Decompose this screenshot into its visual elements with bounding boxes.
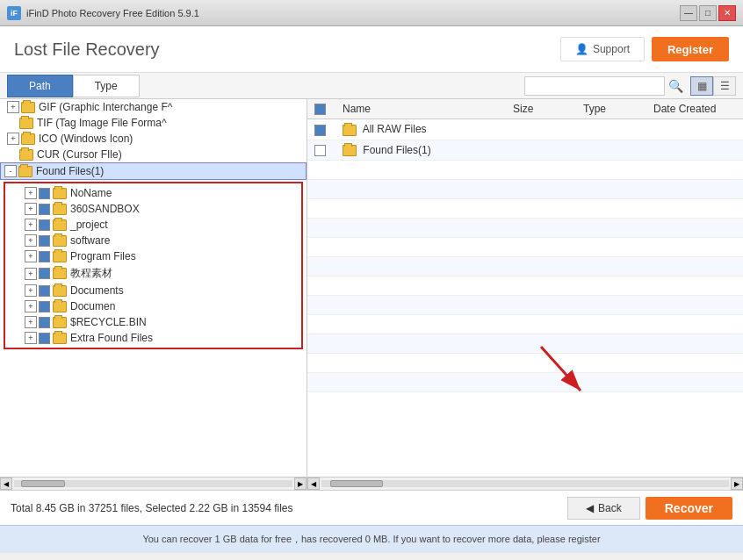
grid-view-button[interactable]: ▦ xyxy=(690,76,713,96)
expander-extra-found[interactable]: + xyxy=(25,332,37,344)
empty-row xyxy=(307,179,743,198)
tree-item-recycle-bin[interactable]: + $RECYCLE.BIN xyxy=(5,314,301,330)
info-bar: You can recover 1 GB data for free，has r… xyxy=(0,525,743,553)
folder-icon-gif xyxy=(21,102,35,113)
tree-item-gif[interactable]: + GIF (Graphic Interchange F^ xyxy=(0,99,307,115)
row2-check[interactable] xyxy=(314,145,326,156)
tree-item-360sandbox[interactable]: + 360SANDBOX xyxy=(5,201,301,217)
checkbox-documents[interactable] xyxy=(39,285,50,297)
expander-found-files[interactable]: - xyxy=(4,165,17,177)
left-scroll-thumb[interactable] xyxy=(21,480,65,487)
row1-check[interactable] xyxy=(314,125,326,136)
tree-label-documents: Documents xyxy=(70,284,124,297)
info-text: You can recover 1 GB data for free，has r… xyxy=(142,533,600,546)
tree-item-extra-found[interactable]: + Extra Found Files xyxy=(5,330,301,346)
checkbox-recycle-bin[interactable] xyxy=(39,317,50,328)
tree-label-software: software xyxy=(70,234,110,247)
checkbox-software[interactable] xyxy=(39,235,50,247)
expander-documen[interactable]: + xyxy=(25,300,37,312)
row2-checkbox[interactable] xyxy=(307,140,335,160)
tree-item-documen[interactable]: + Documen xyxy=(5,298,301,314)
row2-date xyxy=(646,140,743,160)
row1-checkbox[interactable] xyxy=(307,119,335,140)
tree-item-documents[interactable]: + Documents xyxy=(5,283,301,298)
left-scroll-left[interactable]: ◀ xyxy=(0,477,12,490)
expander-project[interactable]: + xyxy=(25,219,37,231)
row1-size xyxy=(506,119,576,140)
expander-jiaocheng[interactable]: + xyxy=(25,268,37,280)
back-button[interactable]: ◀ Back xyxy=(567,497,640,520)
right-scroll-thumb[interactable] xyxy=(330,480,383,487)
tree-item-tif[interactable]: TIF (Tag Image File Forma^ xyxy=(0,115,307,131)
row2-size xyxy=(506,140,576,160)
tree-item-program-files[interactable]: + Program Files xyxy=(5,248,301,264)
tree-label-tif: TIF (Tag Image File Forma^ xyxy=(37,117,167,129)
folder-icon-recycle-bin xyxy=(53,317,67,328)
tree-label-cur: CUR (Cursor FIle) xyxy=(37,148,122,161)
tree-item-noname[interactable]: + NoName xyxy=(5,185,301,201)
search-button[interactable]: 🔍 xyxy=(668,79,683,93)
tab-bar: Path Type 🔍 ▦ ☰ xyxy=(0,73,743,99)
checkbox-program-files[interactable] xyxy=(39,251,50,262)
checkbox-project[interactable] xyxy=(39,219,50,231)
expander-documents[interactable]: + xyxy=(25,284,37,297)
row1-type xyxy=(576,119,646,140)
expander-software[interactable]: + xyxy=(25,234,37,247)
tree-item-ico[interactable]: + ICO (Windows Icon) xyxy=(0,131,307,147)
tab-path[interactable]: Path xyxy=(7,75,73,97)
tree-item-cur[interactable]: CUR (Cursor FIle) xyxy=(0,147,307,162)
close-button[interactable]: ✕ xyxy=(718,5,736,21)
row2-folder-icon xyxy=(343,145,357,156)
expander-360sandbox[interactable]: + xyxy=(25,203,37,215)
right-scroll-right[interactable]: ▶ xyxy=(731,477,743,490)
col-name[interactable]: Name xyxy=(335,99,506,119)
expander-gif[interactable]: + xyxy=(7,101,19,113)
window-title: iFinD Photo Recovery Free Edition 5.9.1 xyxy=(26,8,199,18)
minimize-button[interactable]: — xyxy=(680,5,697,21)
right-scroll-left[interactable]: ◀ xyxy=(307,477,320,490)
tab-type[interactable]: Type xyxy=(73,75,140,97)
expander-program-files[interactable]: + xyxy=(25,250,37,262)
recover-button[interactable]: Recover xyxy=(646,497,732,520)
col-date[interactable]: Date Created xyxy=(646,99,743,119)
left-hscroll[interactable]: ◀ ▶ xyxy=(0,477,307,490)
checkbox-documen[interactable] xyxy=(39,301,50,312)
support-button[interactable]: 👤 Support xyxy=(560,37,645,61)
checkbox-noname[interactable] xyxy=(39,188,50,199)
folder-icon-cur xyxy=(19,149,33,161)
expander-noname[interactable]: + xyxy=(25,187,37,199)
tree-item-software[interactable]: + software xyxy=(5,233,301,248)
table-row[interactable]: All RAW Files xyxy=(307,119,743,140)
tree-item-project[interactable]: + _project xyxy=(5,217,301,233)
left-scroll-right[interactable]: ▶ xyxy=(294,477,307,490)
col-type[interactable]: Type xyxy=(576,99,646,119)
tree-item-found-files[interactable]: - Found Files(1) xyxy=(0,162,307,180)
row2-name: Found Files(1) xyxy=(335,140,506,160)
search-input[interactable] xyxy=(524,76,665,96)
empty-row xyxy=(307,160,743,179)
left-panel-tree: + GIF (Graphic Interchange F^ TIF (Tag I… xyxy=(0,99,307,477)
right-hscroll[interactable]: ◀ ▶ xyxy=(307,477,743,490)
expander-ico[interactable]: + xyxy=(7,133,19,145)
main-content: + GIF (Graphic Interchange F^ TIF (Tag I… xyxy=(0,99,743,477)
folder-icon-documents xyxy=(53,285,67,297)
checkbox-360sandbox[interactable] xyxy=(39,204,50,215)
checkbox-jiaocheng[interactable] xyxy=(39,268,50,279)
status-text: Total 8.45 GB in 37251 files, Selected 2… xyxy=(11,502,293,514)
folder-icon-extra-found xyxy=(53,333,67,344)
tree-label-jiaocheng: 教程素材 xyxy=(70,266,112,281)
col-size[interactable]: Size xyxy=(506,99,576,119)
expander-recycle-bin[interactable]: + xyxy=(25,316,37,328)
list-view-button[interactable]: ☰ xyxy=(713,76,736,96)
tree-label-360sandbox: 360SANDBOX xyxy=(70,203,140,215)
view-toggle: ▦ ☰ xyxy=(690,76,736,96)
select-all-checkbox[interactable] xyxy=(314,104,326,115)
maximize-button[interactable]: □ xyxy=(699,5,717,21)
tree-item-jiaocheng[interactable]: + 教程素材 xyxy=(5,264,301,283)
folder-icon-software xyxy=(53,235,67,247)
row2-type xyxy=(576,140,646,160)
tree-label-recycle-bin: $RECYCLE.BIN xyxy=(70,316,147,328)
checkbox-extra-found[interactable] xyxy=(39,333,50,344)
table-row[interactable]: Found Files(1) xyxy=(307,140,743,160)
register-button[interactable]: Register xyxy=(652,37,729,61)
